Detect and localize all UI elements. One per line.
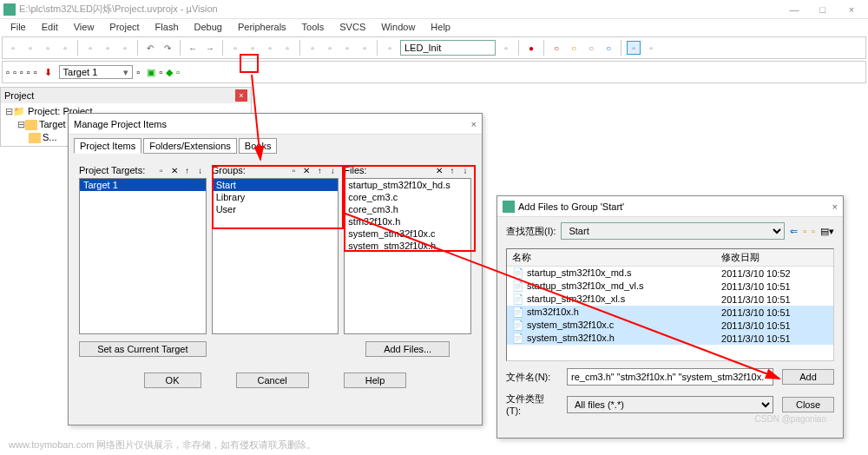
bp-disable-icon[interactable]: ○ xyxy=(584,41,598,55)
translate-icon[interactable]: ▫ xyxy=(6,67,10,77)
col-name[interactable]: 名称 xyxy=(507,249,716,267)
groups-list[interactable]: Start Library User xyxy=(212,178,339,334)
menu-peripherals[interactable]: Peripherals xyxy=(231,21,293,33)
list-item[interactable]: Target 1 xyxy=(80,179,206,191)
stop-build-icon[interactable]: ▫ xyxy=(34,67,37,77)
comment-icon[interactable]: ▫ xyxy=(340,41,354,55)
search-input[interactable] xyxy=(400,40,496,56)
cut-icon[interactable]: ▫ xyxy=(83,41,97,55)
add-button[interactable]: Add xyxy=(782,369,834,385)
set-current-target-button[interactable]: Set as Current Target xyxy=(79,341,206,357)
bookmark-icon[interactable]: ▫ xyxy=(228,41,242,55)
list-item[interactable]: core_cm3.c xyxy=(345,191,470,203)
filetype-select[interactable]: All files (*.*) xyxy=(567,396,773,413)
new-icon[interactable]: ▫ xyxy=(6,41,20,55)
list-item[interactable]: core_cm3.h xyxy=(345,203,470,215)
undo-icon[interactable]: ↶ xyxy=(143,41,157,55)
group-down-icon[interactable]: ↓ xyxy=(326,164,339,176)
manage-rte-icon[interactable]: ▫ xyxy=(159,67,162,77)
menu-svcs[interactable]: SVCS xyxy=(332,21,372,33)
maximize-icon[interactable]: □ xyxy=(810,4,836,15)
help-button[interactable]: Help xyxy=(344,373,407,388)
pack-installer-icon[interactable]: ◆ xyxy=(166,67,173,78)
menu-window[interactable]: Window xyxy=(374,21,422,33)
list-item[interactable]: Start xyxy=(213,179,339,191)
window-icon[interactable]: ▫ xyxy=(627,41,641,55)
open-icon[interactable]: ▫ xyxy=(23,41,37,55)
table-row[interactable]: 📄 startup_stm32f10x_xl.s2011/3/10 10:51 xyxy=(507,293,833,306)
copy-icon[interactable]: ▫ xyxy=(101,41,115,55)
table-row[interactable]: 📄 system_stm32f10x.h2011/3/10 10:51 xyxy=(507,332,833,345)
redo-icon[interactable]: ↷ xyxy=(161,41,174,55)
menu-help[interactable]: Help xyxy=(424,21,457,33)
list-item[interactable]: User xyxy=(213,203,339,215)
bookmark-next-icon[interactable]: ▫ xyxy=(263,41,277,55)
view-menu-icon[interactable]: ▤▾ xyxy=(820,226,834,237)
delete-target-icon[interactable]: ✕ xyxy=(168,164,181,176)
books-icon[interactable]: ▫ xyxy=(176,67,180,77)
save-all-icon[interactable]: ▫ xyxy=(58,41,72,55)
folder-icon[interactable]: ▫ xyxy=(812,226,815,236)
delete-group-icon[interactable]: ✕ xyxy=(300,164,312,176)
minimize-icon[interactable]: — xyxy=(781,4,807,15)
tree-group[interactable]: S... xyxy=(43,132,57,142)
download-icon[interactable]: ⬇ xyxy=(44,67,52,78)
menu-flash[interactable]: Flash xyxy=(148,21,186,33)
table-row[interactable]: 📄 startup_stm32f10x_md.s2011/3/10 10:52 xyxy=(507,267,833,280)
file-up-icon[interactable]: ↑ xyxy=(446,164,458,176)
table-row[interactable]: 📄 stm32f10x.h2011/3/10 10:51 xyxy=(507,306,833,319)
nav-back-icon[interactable]: ← xyxy=(186,41,200,55)
indent-icon[interactable]: ▫ xyxy=(306,41,319,55)
filename-input[interactable] xyxy=(567,368,773,386)
col-date[interactable]: 修改日期 xyxy=(716,249,833,267)
up-folder-icon[interactable]: ⇐ xyxy=(790,226,798,237)
bookmark-prev-icon[interactable]: ▫ xyxy=(246,41,260,55)
debug-icon[interactable]: ● xyxy=(524,41,538,55)
bookmark-clear-icon[interactable]: ▫ xyxy=(280,41,294,55)
file-list[interactable]: 名称修改日期 📄 startup_stm32f10x_md.s2011/3/10… xyxy=(506,248,834,361)
new-group-icon[interactable]: ▫ xyxy=(287,164,299,176)
uncomment-icon[interactable]: ▫ xyxy=(358,41,372,55)
save-icon[interactable]: ▫ xyxy=(41,41,55,55)
menu-file[interactable]: File xyxy=(3,21,33,33)
config-icon[interactable]: ▫ xyxy=(644,41,658,55)
paste-icon[interactable]: ▫ xyxy=(118,41,132,55)
batch-build-icon[interactable]: ▫ xyxy=(27,67,30,77)
new-target-icon[interactable]: ▫ xyxy=(155,164,168,176)
target-up-icon[interactable]: ↑ xyxy=(181,164,194,176)
files-list[interactable]: startup_stm32f10x_hd.s core_cm3.c core_c… xyxy=(344,178,471,334)
menu-tools[interactable]: Tools xyxy=(295,21,332,33)
list-item[interactable]: Library xyxy=(213,191,339,203)
menu-edit[interactable]: Edit xyxy=(35,21,65,33)
targets-list[interactable]: Target 1 xyxy=(79,178,207,334)
file-down-icon[interactable]: ↓ xyxy=(459,164,471,176)
find-next-icon[interactable]: ▫ xyxy=(499,41,513,55)
tab-books[interactable]: Books xyxy=(239,138,278,154)
bp-enable-icon[interactable]: ○ xyxy=(567,41,581,55)
menu-debug[interactable]: Debug xyxy=(187,21,229,33)
find-icon[interactable]: ▫ xyxy=(383,41,397,55)
close-button[interactable]: Close xyxy=(782,397,834,412)
rebuild-icon[interactable]: ▫ xyxy=(20,67,23,77)
menu-view[interactable]: View xyxy=(67,21,102,33)
breakpoint-icon[interactable]: ○ xyxy=(549,41,563,55)
table-row[interactable]: 📄 startup_stm32f10x_md_vl.s2011/3/10 10:… xyxy=(507,280,833,293)
group-up-icon[interactable]: ↑ xyxy=(313,164,326,176)
list-item[interactable]: system_stm32f10x.h xyxy=(345,240,470,252)
list-item[interactable]: system_stm32f10x.c xyxy=(345,228,470,240)
dialog-close-icon[interactable]: × xyxy=(471,119,477,129)
tab-project-items[interactable]: Project Items xyxy=(74,138,141,154)
table-row[interactable]: 📄 system_stm32f10x.c2011/3/10 10:51 xyxy=(507,319,833,332)
tab-folders[interactable]: Folders/Extensions xyxy=(143,138,237,154)
new-folder-icon[interactable]: ▫ xyxy=(803,226,806,236)
look-in-select[interactable]: Start xyxy=(561,222,785,240)
target-select[interactable]: Target 1 xyxy=(59,65,134,79)
delete-file-icon[interactable]: ✕ xyxy=(433,164,445,176)
target-down-icon[interactable]: ↓ xyxy=(194,164,207,176)
bp-kill-icon[interactable]: ○ xyxy=(602,41,615,55)
list-item[interactable]: startup_stm32f10x_hd.s xyxy=(345,179,470,191)
menu-project[interactable]: Project xyxy=(102,21,146,33)
build-icon[interactable]: ▫ xyxy=(13,67,16,77)
outdent-icon[interactable]: ▫ xyxy=(323,41,337,55)
options-icon[interactable]: ▫ xyxy=(136,67,140,77)
